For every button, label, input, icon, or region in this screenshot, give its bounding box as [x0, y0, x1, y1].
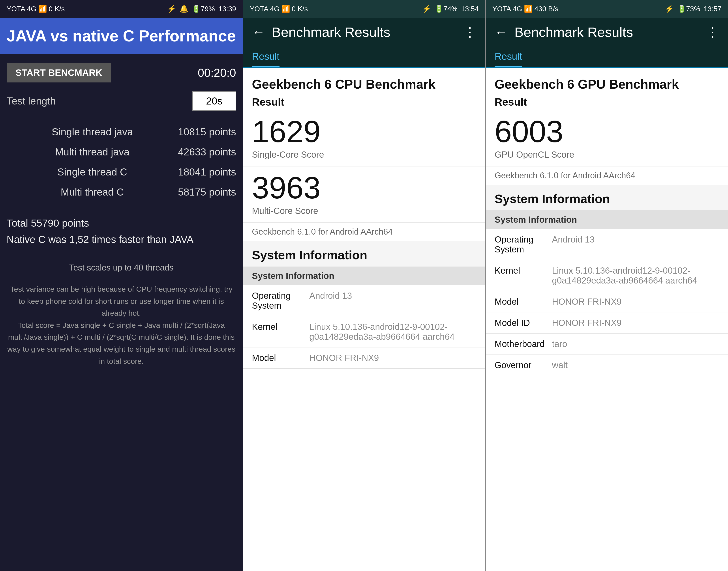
bluetooth-icon-p3: ⚡ [665, 5, 674, 13]
more-options-p3[interactable]: ⋮ [706, 24, 719, 40]
result-label-2: Single thread C [7, 166, 178, 178]
cpu-benchmark-title: Geekbench 6 CPU Benchmark [243, 68, 485, 96]
bench-header-title-p3: Benchmark Results [515, 24, 633, 40]
bench-version-p3: Geekbench 6.1.0 for Android AArch64 [486, 166, 728, 185]
sys-info-row-1-p2: Kernel Linux 5.10.136-android12-9-00102-… [243, 316, 485, 347]
sys-info-row-2-p2: Model HONOR FRI-NX9 [243, 347, 485, 369]
sys-info-header-p3: System Information [486, 210, 728, 229]
carrier-p2: YOTA 4G [250, 5, 279, 13]
sys-info-header-p2: System Information [243, 266, 485, 285]
sys-info-row-2-p3: Model HONOR FRI-NX9 [486, 291, 728, 312]
panel-gpu-benchmark: YOTA 4G 📶 430 B/s ⚡ 🔋73% 13:57 ← Benchma… [485, 0, 728, 571]
result-value-1: 42633 points [178, 146, 236, 158]
status-right-p1: ⚡ 🔔 🔋79% 13:39 [167, 5, 236, 13]
test-length-row: Test length 20s [7, 89, 236, 113]
bluetooth-icon-p2: ⚡ [422, 5, 431, 13]
sys-info-key-0-p2: Operating System [252, 291, 309, 311]
result-label-1: Multi thread java [7, 146, 178, 158]
p1-content: START BENCMARK 00:20:0 Test length 20s S… [0, 54, 243, 571]
sys-info-key-1-p3: Kernel [494, 266, 552, 286]
sys-info-key-0-p3: Operating System [494, 235, 552, 254]
bench-header-title-p2: Benchmark Results [272, 24, 390, 40]
bluetooth-icon: ⚡ [167, 5, 176, 13]
sys-info-title-p3: System Information [486, 185, 728, 210]
signal-icon: 📶 [38, 5, 47, 13]
sys-info-val-2-p3: HONOR FRI-NX9 [552, 297, 719, 307]
app-title: JAVA vs native C Performance [7, 26, 236, 45]
status-bar-p1: YOTA 4G 📶 0 K/s ⚡ 🔔 🔋79% 13:39 [0, 0, 243, 18]
carrier-p1: YOTA 4G [7, 5, 36, 13]
sys-info-key-2-p3: Model [494, 297, 552, 307]
sys-info-key-4-p3: Motherboard [494, 339, 552, 349]
gpu-score-block: 6003 GPU OpenCL Score [486, 110, 728, 166]
total-score-text: Total 55790 pointsNative C was 1,52 time… [7, 215, 236, 248]
sys-info-val-0-p3: Android 13 [552, 235, 719, 254]
back-arrow-p2[interactable]: ← [252, 24, 265, 40]
benchmark-control-row: START BENCMARK 00:20:0 [7, 61, 236, 85]
panel-java-vs-c: YOTA 4G 📶 0 K/s ⚡ 🔔 🔋79% 13:39 JAVA vs n… [0, 0, 243, 571]
scales-info: Test scales up to 40 threads [7, 261, 236, 274]
sys-info-row-3-p3: Model ID HONOR FRI-NX9 [486, 312, 728, 334]
status-left-p3: YOTA 4G 📶 430 B/s [492, 5, 558, 13]
speed-p1: 0 K/s [49, 5, 65, 13]
sys-info-val-3-p3: HONOR FRI-NX9 [552, 318, 719, 328]
status-left-p1: YOTA 4G 📶 0 K/s [7, 5, 65, 13]
tab-result-p2[interactable]: Result [252, 46, 279, 67]
volume-icon: 🔔 [180, 5, 188, 13]
single-core-block: 1629 Single-Core Score [243, 110, 485, 166]
time-p3: 13:57 [704, 5, 721, 13]
status-bar-p3: YOTA 4G 📶 430 B/s ⚡ 🔋73% 13:57 [486, 0, 728, 18]
result-heading-p3: Result [486, 96, 728, 110]
table-row: Multi thread C 58175 points [7, 182, 236, 202]
bench-version-p2: Geekbench 6.1.0 for Android AArch64 [243, 223, 485, 241]
result-label-3: Multi thread C [7, 186, 178, 198]
start-benchmark-button[interactable]: START BENCMARK [7, 63, 111, 83]
bench-header-left-p2: ← Benchmark Results [252, 24, 390, 40]
table-row: Single thread C 18041 points [7, 162, 236, 182]
sys-info-key-5-p3: Governor [494, 360, 552, 370]
app-header: JAVA vs native C Performance [0, 18, 243, 54]
sys-info-row-1-p3: Kernel Linux 5.10.136-android12-9-00102-… [486, 260, 728, 291]
speed-p2: 0 K/s [292, 5, 308, 13]
test-length-value[interactable]: 20s [192, 91, 236, 111]
gpu-benchmark-title: Geekbench 6 GPU Benchmark [486, 68, 728, 96]
sys-info-key-1-p2: Kernel [252, 322, 309, 342]
panel-cpu-benchmark: YOTA 4G 📶 0 K/s ⚡ 🔋74% 13:54 ← Benchmark… [243, 0, 485, 571]
result-label-0: Single thread java [7, 126, 178, 138]
result-value-0: 10815 points [178, 126, 236, 138]
signal-icon-p3: 📶 [524, 5, 533, 13]
time-p2: 13:54 [461, 5, 479, 13]
single-core-label: Single-Core Score [252, 150, 476, 159]
table-row: Multi thread java 42633 points [7, 142, 236, 162]
battery-p2: 🔋74% [435, 5, 458, 13]
bench-tab-bar-p3: Result [486, 46, 728, 68]
result-table: Single thread java 10815 points Multi th… [7, 122, 236, 202]
sys-info-row-4-p3: Motherboard taro [486, 334, 728, 355]
timer-display: 00:20:0 [198, 66, 236, 79]
battery-p3: 🔋73% [677, 5, 700, 13]
sys-info-row-5-p3: Governor walt [486, 355, 728, 376]
bench-header-p3: ← Benchmark Results ⋮ [486, 18, 728, 46]
multi-core-score: 3963 [252, 171, 476, 205]
sys-info-row-0-p2: Operating System Android 13 [243, 285, 485, 316]
sys-info-key-2-p2: Model [252, 353, 309, 363]
bench-header-left-p3: ← Benchmark Results [494, 24, 633, 40]
speed-p3: 430 B/s [535, 5, 559, 13]
multi-core-block: 3963 Multi-Core Score [243, 166, 485, 223]
more-options-p2[interactable]: ⋮ [463, 24, 476, 40]
sys-info-key-3-p3: Model ID [494, 318, 552, 328]
back-arrow-p3[interactable]: ← [494, 24, 508, 40]
battery-p1: 🔋79% [192, 5, 215, 13]
signal-icon-p2: 📶 [281, 5, 290, 13]
table-row: Single thread java 10815 points [7, 122, 236, 142]
gpu-score: 6003 [494, 115, 719, 148]
result-heading-p2: Result [243, 96, 485, 110]
tab-result-p3[interactable]: Result [494, 46, 522, 67]
test-length-label: Test length [7, 95, 56, 107]
detail-info: Test variance can be high because of CPU… [7, 283, 236, 367]
status-bar-p2: YOTA 4G 📶 0 K/s ⚡ 🔋74% 13:54 [243, 0, 485, 18]
status-right-p3: ⚡ 🔋73% 13:57 [665, 5, 721, 13]
bench-content-p3: Geekbench 6 GPU Benchmark Result 6003 GP… [486, 68, 728, 571]
single-core-score: 1629 [252, 115, 476, 148]
sys-info-val-1-p3: Linux 5.10.136-android12-9-00102-g0a1482… [552, 266, 719, 286]
